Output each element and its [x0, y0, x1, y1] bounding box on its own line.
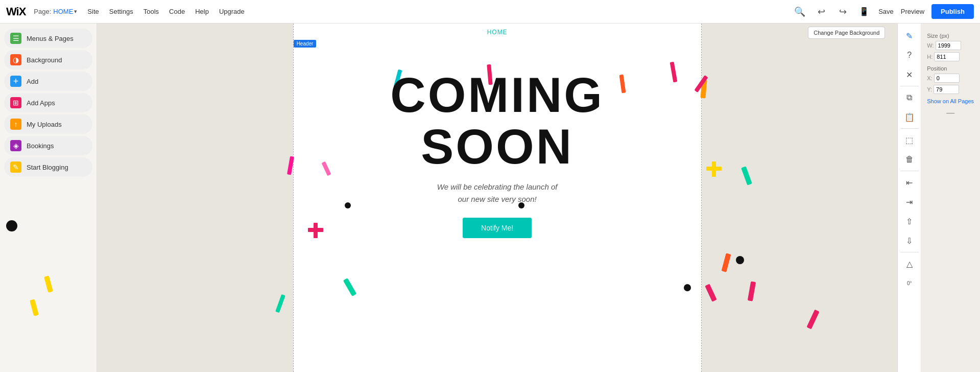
confetti-right-4	[705, 284, 717, 301]
right-toolbar: Change Page Background ✎ ? ✕ ⧉ 📋 ⬚ 🗑 ⇤ ⇥	[897, 24, 921, 372]
align-left-icon[interactable]: ⇤	[900, 173, 919, 192]
align-right-icon[interactable]: ⇥	[900, 193, 919, 211]
sidebar-label-add-apps: Add Apps	[27, 99, 55, 107]
change-bg-button[interactable]: Change Page Background	[808, 27, 885, 39]
confetti-right-3	[722, 253, 731, 272]
confetti-right-2	[741, 166, 752, 185]
sidebar-item-add-apps[interactable]: ⊞ Add Apps	[4, 93, 92, 112]
add-icon: +	[10, 76, 21, 87]
divider-3	[900, 171, 919, 171]
sidebar-label-my-uploads: My Uploads	[27, 121, 62, 128]
sidebar-label-background: Background	[27, 56, 62, 64]
x-input[interactable]	[934, 74, 960, 83]
coming-soon-subtitle: We will be celebrating the launch ofour …	[437, 181, 558, 205]
confetti-right-5	[748, 281, 756, 301]
page-canvas: HOME Header	[293, 24, 702, 372]
confetti-far-right	[807, 310, 820, 330]
menus-pages-icon: ☰	[10, 33, 21, 44]
y-group: Y:	[927, 85, 959, 94]
nav-tools[interactable]: Tools	[144, 8, 159, 15]
sidebar-item-menus-pages[interactable]: ☰ Menus & Pages	[4, 29, 92, 48]
page-chevron-icon[interactable]: ▾	[74, 8, 77, 15]
x-label: X:	[927, 75, 932, 81]
confetti-green-bottom	[275, 294, 285, 313]
y-input[interactable]	[934, 85, 959, 94]
bookings-icon: ◈	[10, 140, 21, 151]
edit-icon[interactable]: ✎	[900, 27, 919, 45]
undo-icon[interactable]: ↩	[814, 5, 828, 19]
width-group: W:	[927, 41, 961, 50]
nav-settings[interactable]: Settings	[109, 8, 133, 15]
size-inputs: W:	[927, 41, 974, 50]
start-blogging-icon: ✎	[10, 161, 21, 173]
divider-4	[900, 252, 919, 252]
props-panel: Size (px) W: H: Position X:	[921, 24, 980, 372]
y-row: Y:	[927, 85, 974, 94]
confetti-yellow-left	[30, 299, 39, 316]
sidebar-label-bookings: Bookings	[27, 142, 54, 150]
coming-soon-title: COMINGSOON	[390, 69, 604, 173]
delete-icon[interactable]: 🗑	[900, 150, 919, 169]
sidebar-item-start-blogging[interactable]: ✎ Start Blogging	[4, 157, 92, 177]
mobile-icon[interactable]: 📱	[857, 5, 871, 19]
divider	[900, 86, 919, 86]
sidebar-item-background[interactable]: ◑ Background	[4, 50, 92, 69]
left-sidebar: ☰ Menus & Pages ◑ Background + Add ⊞ Add…	[0, 24, 97, 372]
align-bottom-icon[interactable]: ⇩	[900, 231, 919, 250]
preview-button[interactable]: Preview	[901, 8, 924, 15]
divider-2	[900, 128, 919, 129]
y-label: Y:	[927, 86, 932, 92]
position-label: Position	[927, 65, 974, 72]
sidebar-item-add[interactable]: + Add	[4, 72, 92, 91]
add-apps-icon: ⊞	[10, 97, 21, 108]
height-label: H:	[927, 54, 933, 60]
sidebar-label-start-blogging: Start Blogging	[27, 164, 68, 171]
coming-soon-content: COMINGSOON We will be celebrating the la…	[294, 39, 701, 259]
redo-icon[interactable]: ↪	[835, 5, 850, 19]
notify-me-button[interactable]: Notify Me!	[463, 218, 532, 238]
sidebar-label-add: Add	[27, 78, 38, 85]
nav-right: 🔍 ↩ ↪ 📱 Save Preview Publish	[793, 4, 974, 19]
publish-button[interactable]: Publish	[931, 4, 974, 19]
nav-help[interactable]: Help	[195, 8, 209, 15]
width-label: W:	[927, 42, 934, 49]
align-top-icon[interactable]: ⇧	[900, 212, 919, 230]
collapse-handle[interactable]: —	[927, 108, 974, 118]
right-outer-panel: Change Page Background ✎ ? ✕ ⧉ 📋 ⬚ 🗑 ⇤ ⇥	[897, 24, 980, 372]
help-icon[interactable]: ?	[900, 46, 919, 64]
close-icon[interactable]: ✕	[900, 65, 919, 84]
show-on-all-pages[interactable]: Show on All Pages	[927, 98, 974, 104]
duplicate-icon[interactable]: ⬚	[900, 131, 919, 149]
sidebar-item-bookings[interactable]: ◈ Bookings	[4, 136, 92, 155]
dot-canvas-3	[684, 284, 691, 291]
height-input[interactable]	[934, 52, 960, 61]
sidebar-item-my-uploads[interactable]: ↑ My Uploads	[4, 114, 92, 134]
search-icon[interactable]: 🔍	[793, 5, 807, 19]
save-button[interactable]: Save	[878, 8, 894, 15]
sidebar-label-menus-pages: Menus & Pages	[27, 35, 74, 42]
wix-logo: WiX	[6, 5, 26, 18]
home-label: HOME	[294, 24, 701, 39]
height-row: H:	[927, 52, 974, 61]
top-nav: WiX Page: HOME ▾ Site Settings Tools Cod…	[0, 0, 980, 24]
nav-upgrade[interactable]: Upgrade	[219, 8, 245, 15]
nav-site[interactable]: Site	[87, 8, 99, 15]
x-row: X:	[927, 74, 974, 83]
canvas-area[interactable]: HOME Header	[97, 24, 897, 372]
width-input[interactable]	[936, 41, 961, 50]
dot-right	[736, 256, 744, 264]
rotate-icon[interactable]: △	[900, 254, 919, 273]
nav-code[interactable]: Code	[169, 8, 185, 15]
my-uploads-icon: ↑	[10, 119, 21, 130]
size-label: Size (px)	[927, 33, 974, 39]
page-name[interactable]: HOME	[53, 8, 73, 15]
angle-value: 0°	[900, 274, 919, 292]
page-label: Page:	[34, 8, 51, 15]
copy-icon[interactable]: ⧉	[900, 88, 919, 107]
confetti-green-canvas	[343, 278, 356, 296]
main-layout: ☰ Menus & Pages ◑ Background + Add ⊞ Add…	[0, 24, 980, 372]
dot-decoration	[6, 220, 17, 231]
confetti-hot-pink	[287, 156, 294, 175]
background-icon: ◑	[10, 54, 21, 65]
paste-icon[interactable]: 📋	[900, 108, 919, 126]
